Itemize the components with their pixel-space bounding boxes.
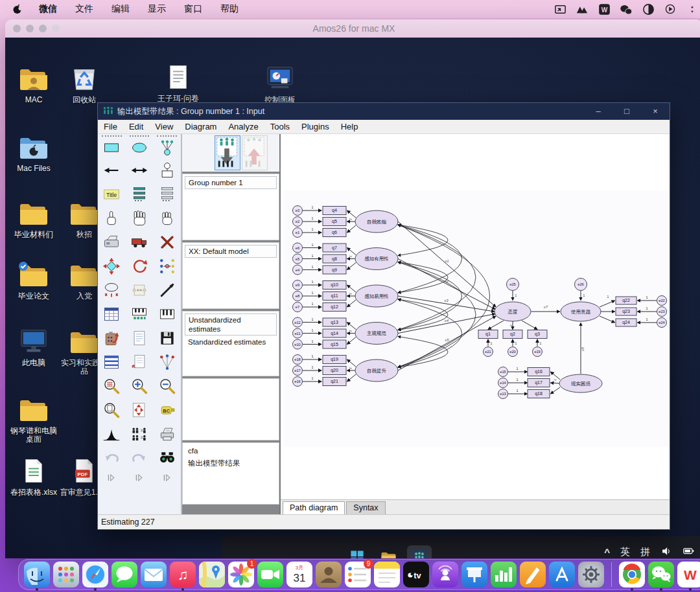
amos-menu-tools[interactable]: Tools bbox=[264, 122, 296, 131]
dock-app-chrome[interactable] bbox=[619, 562, 645, 587]
redo-icon[interactable] bbox=[126, 446, 154, 470]
fit-to-page-icon[interactable] bbox=[126, 398, 154, 422]
desktop-icon-春招表格.xlsx[interactable]: 春招表格.xlsx bbox=[9, 457, 58, 497]
dock-app-safari[interactable] bbox=[82, 562, 108, 587]
files-item[interactable]: cfa bbox=[185, 445, 277, 457]
dock-app-messages[interactable] bbox=[111, 562, 137, 587]
desktop-icon-Mac Files[interactable]: Mac Files bbox=[9, 133, 58, 173]
object-properties-icon[interactable] bbox=[98, 350, 126, 374]
dock-app-wechat[interactable] bbox=[648, 562, 674, 587]
latent-with-indicators-icon[interactable] bbox=[157, 135, 177, 158]
desktop-icon-毕业论文[interactable]: 毕业论文 bbox=[9, 261, 58, 301]
amos-menu-analyze[interactable]: Analyze bbox=[222, 122, 264, 131]
zoom-out-icon[interactable] bbox=[153, 374, 181, 398]
observed-variable-icon[interactable] bbox=[102, 135, 122, 158]
vm-titlebar[interactable]: Amos26 for mac MX bbox=[5, 19, 700, 38]
desktop-icon-钢琴谱和电脑桌面[interactable]: 钢琴谱和电脑桌面 bbox=[9, 396, 58, 444]
dock-app-calendar[interactable]: 3月31 bbox=[286, 562, 312, 587]
dock-app-contacts[interactable] bbox=[316, 562, 342, 587]
wps-icon[interactable]: W bbox=[598, 3, 611, 15]
select-all-icon[interactable] bbox=[126, 206, 154, 230]
taskbar-button-explorer[interactable] bbox=[376, 545, 401, 558]
calculate-estimates-icon[interactable] bbox=[98, 326, 126, 350]
close-button[interactable]: × bbox=[641, 103, 670, 120]
path-diagram-sheet[interactable]: x1x2x3x4x51e3q41e2q51e1q61自我效能1e6q71e5q8… bbox=[284, 190, 670, 447]
groups-item[interactable]: Group number 1 bbox=[185, 176, 277, 189]
dock-app-maps[interactable] bbox=[199, 562, 225, 587]
dock-app-pages[interactable] bbox=[520, 562, 546, 587]
dock-app-podcasts[interactable] bbox=[432, 562, 458, 587]
grip-icon[interactable] bbox=[153, 470, 181, 485]
desktop-icon-王子珥-问卷[interactable]: 王子珥-问卷 bbox=[154, 63, 203, 103]
apple-logo-icon[interactable] bbox=[12, 3, 23, 15]
amos-menu-file[interactable]: File bbox=[98, 122, 123, 131]
latent-variable-icon[interactable] bbox=[130, 135, 150, 158]
amos-titlebar[interactable]: 输出模型带结果 : Group number 1 : Input –□× bbox=[98, 103, 670, 120]
wechat-icon[interactable] bbox=[620, 3, 633, 15]
maximize-button[interactable]: □ bbox=[612, 103, 641, 120]
scroll-diagram-icon[interactable] bbox=[126, 278, 154, 302]
minimize-button[interactable]: – bbox=[584, 103, 612, 120]
grip-icon[interactable] bbox=[98, 470, 126, 485]
magnify-loupe-icon[interactable]: BC bbox=[153, 398, 181, 422]
menubar-item-显示[interactable]: 显示 bbox=[139, 3, 175, 15]
view-output-path-diagram-button[interactable] bbox=[242, 135, 268, 170]
tab-syntax[interactable]: Syntax bbox=[346, 501, 385, 514]
desktop-icon-毕业材料们[interactable]: 毕业材料们 bbox=[9, 199, 58, 239]
taskbar-button-start[interactable] bbox=[345, 545, 369, 558]
mountains-icon[interactable] bbox=[576, 3, 589, 15]
zoom-area-icon[interactable] bbox=[98, 374, 126, 398]
menubar-item-微信[interactable]: 微信 bbox=[30, 3, 66, 15]
bayesian-icon[interactable] bbox=[98, 422, 126, 446]
contrast-icon[interactable] bbox=[642, 3, 655, 15]
dock-app-music[interactable]: ♫ bbox=[170, 562, 196, 587]
dock-app-wps[interactable]: W bbox=[677, 562, 700, 587]
path-arrow-icon[interactable] bbox=[98, 158, 126, 182]
tab-path-diagram[interactable]: Path diagram bbox=[283, 501, 345, 514]
files-item[interactable]: 输出模型带结果 bbox=[185, 457, 277, 469]
menubar-item-窗口[interactable]: 窗口 bbox=[175, 3, 211, 15]
dock-app-appstore[interactable] bbox=[549, 562, 575, 587]
dock-app-settings[interactable] bbox=[578, 562, 604, 587]
amos-menu-view[interactable]: View bbox=[149, 122, 179, 131]
dock-app-launchpad[interactable] bbox=[53, 562, 79, 587]
amos-menu-help[interactable]: Help bbox=[335, 122, 364, 131]
menubar-item-帮助[interactable]: 帮助 bbox=[211, 3, 248, 15]
input-language-拼[interactable]: 拼 bbox=[640, 546, 650, 558]
dock-app-facetime[interactable] bbox=[257, 562, 283, 587]
select-one-icon[interactable] bbox=[98, 206, 126, 230]
dock-app-appletv[interactable]: tv bbox=[403, 562, 429, 587]
amos-menu-diagram[interactable]: Diagram bbox=[179, 122, 222, 131]
title-icon[interactable]: Title bbox=[98, 182, 126, 206]
list-variables-model-icon[interactable] bbox=[126, 182, 154, 206]
amos-menu-edit[interactable]: Edit bbox=[123, 122, 149, 131]
data-files-icon[interactable] bbox=[98, 302, 126, 326]
touch-up-icon[interactable] bbox=[153, 278, 181, 302]
input-language-英[interactable]: 英 bbox=[620, 546, 630, 558]
battery-icon[interactable] bbox=[682, 545, 695, 558]
sem-path-diagram[interactable]: x1x2x3x4x51e3q41e2q51e1q61自我效能1e6q71e5q8… bbox=[284, 190, 670, 447]
models-item[interactable]: XX: Default model bbox=[185, 245, 277, 258]
dock-app-keynote[interactable] bbox=[461, 562, 487, 587]
play-circle-icon[interactable] bbox=[664, 3, 677, 15]
rotate-indicators-icon[interactable] bbox=[126, 254, 154, 278]
taskbar-button-amos[interactable] bbox=[407, 545, 432, 558]
preserve-symmetries-icon[interactable] bbox=[153, 350, 181, 374]
amos-menu-plugins[interactable]: Plugins bbox=[296, 122, 335, 131]
estimates-item[interactable]: Standardized estimates bbox=[185, 336, 277, 348]
screen-mirroring-icon[interactable] bbox=[554, 3, 566, 15]
menubar-item-编辑[interactable]: 编辑 bbox=[102, 3, 139, 15]
keyboard-mono-icon[interactable] bbox=[153, 302, 181, 326]
covariance-arrow-icon[interactable] bbox=[126, 158, 154, 182]
dock-app-reminders[interactable]: 9 bbox=[345, 562, 371, 587]
menubar-item-文件[interactable]: 文件 bbox=[66, 3, 102, 15]
dock-app-finder[interactable] bbox=[24, 562, 50, 587]
specification-search-icon[interactable] bbox=[153, 446, 181, 470]
print-icon[interactable] bbox=[153, 422, 181, 446]
desktop-icon-回收站[interactable]: 回收站 bbox=[60, 65, 109, 104]
deselect-all-icon[interactable] bbox=[153, 206, 181, 230]
zoom-in-icon[interactable] bbox=[126, 374, 154, 398]
dock-app-photos[interactable]: 1 bbox=[228, 562, 254, 587]
save-icon[interactable] bbox=[153, 326, 181, 350]
list-variables-data-icon[interactable] bbox=[153, 182, 181, 206]
